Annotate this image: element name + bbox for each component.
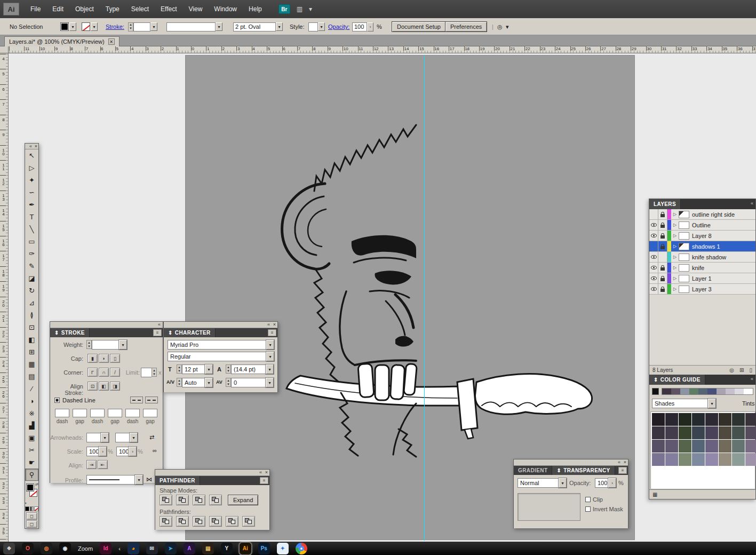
- layer-row[interactable]: ▷Layer 8: [649, 231, 755, 241]
- color-guide-swatch[interactable]: [652, 413, 665, 426]
- layer-visibility-toggle[interactable]: [649, 241, 658, 251]
- layer-visibility-toggle[interactable]: [649, 263, 658, 273]
- selection-tool[interactable]: ↖: [25, 149, 38, 162]
- delete-layer-icon[interactable]: ▯: [749, 367, 752, 373]
- collapse-panel-icon[interactable]: ⇕: [54, 330, 59, 336]
- menu-item-object[interactable]: Object: [69, 3, 100, 15]
- tracking-combo[interactable]: ▲▼ 0▾: [226, 378, 274, 387]
- layer-name[interactable]: knife shadow: [690, 252, 726, 262]
- swap-fill-stroke-icon[interactable]: ⇄: [35, 482, 38, 487]
- color-guide-base-swatch[interactable]: [707, 388, 717, 394]
- gradient-tool[interactable]: ▤: [25, 370, 38, 383]
- new-layer-icon[interactable]: ⊞: [739, 367, 744, 373]
- align-stroke-center-button[interactable]: ⊡: [87, 382, 98, 391]
- align-stroke-outside-button[interactable]: ◨: [110, 382, 120, 391]
- leading-combo[interactable]: ▲▼ (14.4 pt)▾: [226, 364, 274, 374]
- font-size-stepper-icon[interactable]: ▲▼: [177, 364, 182, 374]
- safari-app-icon[interactable]: ✦: [277, 543, 289, 554]
- arrange-documents-icon[interactable]: ▥: [297, 5, 303, 13]
- layer-lock-toggle[interactable]: [658, 209, 667, 219]
- layer-name[interactable]: Layer 3: [690, 284, 712, 294]
- tab-stroke[interactable]: ⇕ STROKE: [50, 328, 90, 337]
- opacity-mask-thumbnail[interactable]: [518, 493, 580, 521]
- close-panel-icon[interactable]: ×: [35, 144, 37, 149]
- unite-button[interactable]: [160, 495, 172, 505]
- layer-lock-toggle[interactable]: [658, 241, 667, 251]
- eyedropper-tool[interactable]: ∕: [25, 383, 38, 395]
- layer-visibility-toggle[interactable]: [649, 209, 658, 219]
- projecting-cap-button[interactable]: ▯: [110, 354, 120, 363]
- menu-item-view[interactable]: View: [183, 3, 209, 15]
- astro-app-icon[interactable]: A: [184, 543, 195, 554]
- color-guide-base-swatch[interactable]: [671, 388, 680, 394]
- link-scales-icon[interactable]: ∞: [153, 447, 157, 454]
- layer-lock-toggle[interactable]: [658, 263, 667, 273]
- arrow-scale-end-combo[interactable]: 100›: [116, 447, 137, 456]
- menu-item-file[interactable]: File: [25, 3, 46, 15]
- stroke-weight-dropdown-icon[interactable]: ▾: [150, 22, 157, 31]
- tab-layers[interactable]: LAYERS: [649, 199, 681, 209]
- color-guide-swatch[interactable]: [705, 413, 718, 426]
- layer-row[interactable]: ▷shadows 1: [649, 241, 755, 252]
- stroke-link[interactable]: Stroke:: [106, 18, 124, 35]
- magic-wand-tool[interactable]: ✦: [25, 174, 38, 186]
- layer-visibility-toggle[interactable]: [649, 273, 658, 283]
- layer-thumbnail[interactable]: [679, 221, 689, 229]
- limit-stepper-icon[interactable]: ▲▼: [152, 368, 157, 377]
- select-similar-icon[interactable]: ◎: [497, 18, 503, 35]
- opacity-link[interactable]: Opacity:: [328, 18, 349, 35]
- color-guide-swatch[interactable]: [719, 426, 731, 439]
- fill-indicator-swatch[interactable]: [26, 483, 34, 491]
- layer-row[interactable]: ▷knife: [649, 263, 755, 273]
- layer-visibility-toggle[interactable]: [649, 284, 658, 294]
- miter-limit-combo[interactable]: ▲▼: [141, 368, 157, 377]
- layer-visibility-toggle[interactable]: [649, 252, 658, 262]
- type-tool[interactable]: T: [25, 211, 38, 223]
- paintbrush-tool[interactable]: ✑: [25, 248, 38, 260]
- stroke-color-swatch[interactable]: [82, 22, 90, 31]
- vertical-ruler[interactable]: 4567891011121314151617181920212223242526…: [0, 53, 9, 542]
- align-arrow-tip-button[interactable]: ⇥: [86, 460, 97, 469]
- color-guide-swatch[interactable]: [665, 440, 678, 453]
- layer-thumbnail[interactable]: [679, 264, 689, 272]
- eye-app-icon[interactable]: ◉: [59, 543, 71, 554]
- expand-layer-icon[interactable]: ▷: [671, 273, 679, 283]
- variable-width-profile-dropdown-icon[interactable]: ▾: [276, 22, 283, 31]
- layer-row[interactable]: ▷Layer 3: [649, 284, 755, 295]
- pencil-tool[interactable]: ✎: [25, 260, 38, 272]
- layer-lock-toggle[interactable]: [658, 220, 667, 230]
- collapse-panel-icon[interactable]: ⇕: [654, 377, 658, 383]
- color-guide-swatch[interactable]: [732, 426, 745, 439]
- color-guide-swatch[interactable]: [665, 426, 678, 439]
- menu-item-type[interactable]: Type: [100, 3, 125, 15]
- tracking-stepper-icon[interactable]: ▲▼: [226, 378, 231, 387]
- color-guide-swatch[interactable]: [692, 413, 705, 426]
- align-arrow-end-button[interactable]: ⇤: [98, 460, 108, 469]
- butt-cap-button[interactable]: ▮: [87, 354, 98, 363]
- document-setup-button[interactable]: Document Setup: [392, 21, 446, 32]
- bridge-button[interactable]: Br: [278, 4, 290, 14]
- minus-front-button[interactable]: [176, 495, 189, 505]
- indesign-app-icon[interactable]: Id: [100, 543, 112, 554]
- dash-field-1[interactable]: [73, 409, 87, 417]
- close-panel-icon[interactable]: ×: [265, 470, 268, 475]
- color-guide-swatch[interactable]: [652, 440, 665, 453]
- line-segment-tool[interactable]: ╲: [25, 223, 38, 235]
- expand-button[interactable]: Expand: [228, 495, 258, 505]
- expand-layer-icon[interactable]: ▷: [671, 231, 679, 241]
- clip-checkbox[interactable]: [585, 497, 591, 502]
- color-guide-swatch[interactable]: [679, 440, 691, 453]
- lasso-tool[interactable]: ∽: [25, 186, 38, 199]
- exclude-button[interactable]: [209, 495, 222, 505]
- layer-row[interactable]: ▷knife shadow: [649, 252, 755, 263]
- direct-selection-tool[interactable]: ▷: [25, 162, 38, 174]
- base-color-swatch[interactable]: [652, 388, 659, 395]
- font-style-combo[interactable]: Regular▾: [168, 352, 274, 361]
- swap-arrowheads-icon[interactable]: ⇄: [149, 434, 154, 441]
- preserve-dash-button[interactable]: [130, 397, 143, 403]
- chrome-app-icon[interactable]: [296, 543, 307, 554]
- layer-thumbnail[interactable]: [679, 286, 689, 293]
- menu-item-select[interactable]: Select: [125, 3, 155, 15]
- collapse-panel-icon[interactable]: ⇕: [168, 330, 173, 336]
- layer-row[interactable]: ▷Layer 1: [649, 273, 755, 284]
